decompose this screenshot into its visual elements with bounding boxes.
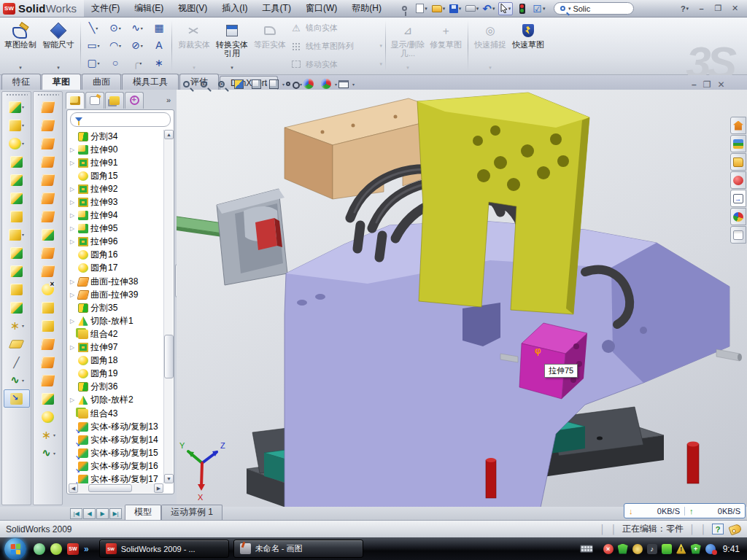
toolbar-button[interactable]: [35, 444, 61, 462]
toolbar-button[interactable]: [35, 116, 61, 134]
toolbar-button[interactable]: [4, 207, 30, 225]
tree-item[interactable]: ▷ 实体-移动/复制17: [69, 472, 163, 483]
toolbar-button[interactable]: [4, 152, 30, 171]
search-box[interactable]: ▾: [554, 2, 634, 15]
rectangle-tool[interactable]: ▭▾: [82, 39, 104, 51]
toolbar-button[interactable]: [4, 225, 30, 244]
tree-item[interactable]: ▷ 拉伸94: [69, 209, 163, 222]
toolbar-button[interactable]: [35, 408, 61, 426]
tree-item[interactable]: ▷ 拉伸95: [69, 222, 163, 236]
scroll-right-button[interactable]: ▶: [154, 483, 163, 493]
toolbar-drag-handle[interactable]: [37, 93, 59, 96]
toolbar-button[interactable]: [35, 152, 61, 171]
toolbar-button[interactable]: [35, 134, 61, 152]
search-input[interactable]: [573, 4, 616, 13]
task-pane-tab[interactable]: [730, 153, 746, 171]
display-delete-relations-button[interactable]: ⊿ 显示/删除几... ▾: [389, 20, 427, 72]
command-tab[interactable]: 模具工具: [122, 74, 179, 90]
toolbar-button[interactable]: [4, 134, 30, 152]
tab-property-manager[interactable]: [85, 92, 104, 109]
tray-icon[interactable]: ♪: [647, 544, 657, 554]
tag-icon[interactable]: [728, 523, 742, 535]
scroll-down-button[interactable]: ▼: [164, 474, 174, 483]
smart-dimension-button[interactable]: 智能尺寸 ▾: [39, 20, 77, 72]
toolbar-button[interactable]: [35, 371, 61, 389]
tree-item[interactable]: ▷ 拉伸92: [69, 182, 163, 195]
toolbar-button[interactable]: [35, 225, 61, 244]
move-entities-button[interactable]: 移动实体▾: [290, 57, 384, 71]
tray-icon[interactable]: [632, 544, 643, 554]
viewport[interactable]: φ Y Z X: [177, 90, 747, 507]
menu-item[interactable]: 插入(I): [214, 0, 255, 17]
hud-tool-button[interactable]: [214, 77, 228, 90]
toolbar-button[interactable]: [4, 280, 30, 298]
tab-feature-manager[interactable]: [66, 92, 85, 109]
tree-item[interactable]: ▷ 曲面-拉伸39: [69, 288, 163, 301]
tree-item[interactable]: ▷ 实体-移动/复制14: [69, 433, 163, 446]
toolbar-button[interactable]: [35, 98, 61, 116]
toolbar-button[interactable]: [4, 244, 30, 262]
hud-tool-button[interactable]: [301, 77, 316, 90]
expand-arrow[interactable]: ▷: [70, 186, 76, 192]
toolbar-button[interactable]: [35, 189, 61, 207]
start-button[interactable]: [4, 538, 26, 560]
menu-item[interactable]: 窗口(W): [298, 0, 344, 17]
task-pane-tab[interactable]: [730, 135, 746, 152]
toolbar-button[interactable]: [4, 353, 30, 371]
sketch-draw-button[interactable]: 草图绘制 ▾: [1, 20, 39, 72]
offset-entities-button[interactable]: 等距实体: [251, 20, 289, 72]
tree-item[interactable]: ▷ 分割35: [69, 301, 163, 314]
toolbar-button[interactable]: [4, 98, 30, 116]
menu-item[interactable]: 文件(F): [84, 0, 127, 17]
toolbar-button[interactable]: [35, 389, 61, 408]
messenger-icon[interactable]: [34, 543, 45, 555]
rapid-sketch-button[interactable]: 快速草图: [509, 20, 547, 72]
tree-item[interactable]: ▷ 组合42: [69, 327, 163, 341]
trim-entities-button[interactable]: 剪裁实体 ▾: [175, 20, 213, 72]
save-button[interactable]: ▾: [448, 2, 462, 15]
tree-item[interactable]: ▷ 拉伸97: [69, 341, 163, 354]
tab-configuration-manager[interactable]: [105, 92, 124, 109]
toolbar-button[interactable]: [35, 335, 61, 353]
menu-item[interactable]: 帮助(H): [344, 0, 389, 17]
tree-item[interactable]: ▷ 分割34: [69, 130, 163, 143]
tree-item[interactable]: ▷ 拉伸91: [69, 156, 163, 169]
point-tool[interactable]: ∗: [148, 57, 170, 69]
new-file-button[interactable]: ▾: [414, 2, 429, 15]
toolbar-button[interactable]: [35, 316, 61, 335]
toolbar-drag-handle[interactable]: [6, 93, 28, 96]
options-button[interactable]: ☑▾: [532, 2, 546, 15]
scroll-thumb[interactable]: [164, 335, 174, 378]
first-tab-button[interactable]: |◀: [70, 508, 82, 519]
undo-button[interactable]: ↶▾: [481, 2, 496, 15]
toolbar-button[interactable]: [4, 262, 30, 280]
expand-arrow[interactable]: ▷: [70, 212, 76, 219]
task-pane-tab[interactable]: [730, 171, 746, 189]
doc-minimize-button[interactable]: –: [692, 79, 697, 90]
hud-tool-button[interactable]: [319, 77, 333, 90]
command-tab[interactable]: 特征: [1, 74, 41, 90]
expand-arrow[interactable]: ▷: [70, 397, 76, 403]
toolbar-button[interactable]: [35, 207, 61, 225]
toolbar-button[interactable]: [35, 353, 61, 371]
hud-tool-button[interactable]: [249, 77, 263, 90]
expand-arrow[interactable]: ▷: [70, 199, 76, 206]
quick-tips-button[interactable]: ?: [712, 524, 724, 534]
scroll-left-button[interactable]: ◀: [69, 483, 78, 493]
tree-filter-box[interactable]: [70, 112, 171, 127]
tree-item[interactable]: ▷ 圆角16: [69, 249, 163, 262]
command-tab[interactable]: 草图: [42, 74, 81, 90]
tree-item[interactable]: ▷ 实体-移动/复制15: [69, 446, 163, 459]
close-button[interactable]: ✕: [729, 3, 741, 14]
select-cursor-button[interactable]: ▾: [498, 2, 513, 15]
scroll-up-button[interactable]: ▲: [164, 130, 174, 139]
command-tab[interactable]: 曲面: [82, 74, 121, 90]
tree-item[interactable]: ▷ 圆角17: [69, 262, 163, 275]
doc-close-button[interactable]: ✕: [717, 79, 724, 90]
expand-arrow[interactable]: ▷: [70, 225, 76, 232]
expand-arrow[interactable]: ▷: [70, 318, 76, 324]
arc-tool[interactable]: ◠▾: [104, 39, 126, 51]
tree-item[interactable]: ▷ 实体-移动/复制16: [69, 459, 163, 472]
task-pane-tab[interactable]: [730, 190, 746, 207]
sketch-fillet-tool[interactable]: ╭▾: [126, 57, 148, 69]
